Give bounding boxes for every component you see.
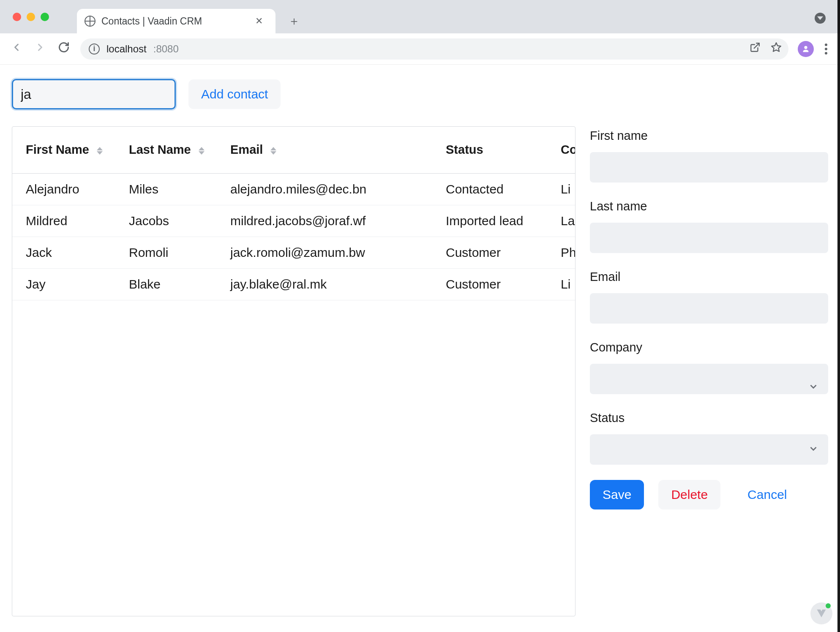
cell-email: mildred.jacobs@joraf.wf [217, 205, 432, 237]
first-name-input[interactable] [590, 152, 828, 183]
cell-last: Blake [115, 268, 217, 300]
browser-tab[interactable]: Contacts | Vaadin CRM ✕ [77, 9, 275, 33]
add-contact-button[interactable]: Add contact [188, 79, 281, 109]
label-first-name: First name [590, 129, 828, 143]
col-first-name[interactable]: First Name [12, 127, 115, 173]
window-controls [13, 13, 49, 21]
browser-toolbar: i localhost:8080 [0, 33, 840, 65]
browser-menu-button[interactable] [822, 41, 830, 57]
url-port: :8080 [153, 43, 179, 55]
cell-first: Jack [12, 237, 115, 268]
cell-email: jack.romoli@zamum.bw [217, 237, 432, 268]
globe-icon [85, 16, 95, 27]
window-minimize-button[interactable] [27, 13, 35, 21]
label-last-name: Last name [590, 199, 828, 213]
cell-last: Romoli [115, 237, 217, 268]
cell-email: jay.blake@ral.mk [217, 268, 432, 300]
contacts-grid[interactable]: First Name Last Name Email Status [12, 126, 575, 616]
svg-line-0 [754, 43, 759, 48]
cell-status: Contacted [432, 173, 547, 205]
cell-status: Imported lead [432, 205, 547, 237]
company-select[interactable] [590, 364, 828, 394]
form-actions: Save Delete Cancel [590, 480, 828, 509]
table-row[interactable]: Mildred Jacobs mildred.jacobs@joraf.wf I… [12, 205, 575, 237]
cell-first: Jay [12, 268, 115, 300]
browser-tab-strip: Contacts | Vaadin CRM ✕ ＋ [0, 0, 840, 33]
status-select[interactable] [590, 434, 828, 465]
cell-first: Mildred [12, 205, 115, 237]
last-name-input[interactable] [590, 223, 828, 253]
site-info-icon[interactable]: i [89, 44, 100, 54]
cell-last: Jacobs [115, 205, 217, 237]
forward-button[interactable] [33, 41, 47, 56]
col-last-name[interactable]: Last Name [115, 127, 217, 173]
cell-company: Li [547, 268, 575, 300]
filter-field[interactable]: ✕ [12, 79, 176, 109]
window-close-button[interactable] [13, 13, 21, 21]
cell-last: Miles [115, 173, 217, 205]
sort-icon [270, 147, 276, 155]
grid-header-row: First Name Last Name Email Status [12, 127, 575, 173]
col-status[interactable]: Status [432, 127, 547, 173]
table-row[interactable]: Jack Romoli jack.romoli@zamum.bw Custome… [12, 237, 575, 268]
table-row[interactable]: Alejandro Miles alejandro.miles@dec.bn C… [12, 173, 575, 205]
open-external-icon[interactable] [750, 42, 761, 56]
cell-company: Li [547, 173, 575, 205]
url-host: localhost [106, 43, 147, 55]
back-button[interactable] [9, 41, 24, 56]
new-tab-button[interactable]: ＋ [285, 12, 303, 30]
tab-close-button[interactable]: ✕ [252, 14, 266, 28]
dev-tools-badge[interactable] [810, 602, 832, 624]
label-email: Email [590, 270, 828, 284]
label-company: Company [590, 341, 828, 354]
action-bar: ✕ Add contact [12, 79, 828, 109]
col-email[interactable]: Email [217, 127, 432, 173]
bookmark-star-icon[interactable] [771, 42, 782, 56]
sort-icon [97, 147, 103, 155]
delete-button[interactable]: Delete [658, 480, 720, 509]
cell-email: alejandro.miles@dec.bn [217, 173, 432, 205]
svg-marker-1 [772, 43, 781, 52]
search-input[interactable] [21, 87, 190, 102]
sort-icon [199, 147, 205, 155]
contact-form: First name Last name Email Company Statu… [590, 126, 828, 509]
tab-overflow-button[interactable] [815, 13, 826, 24]
notification-dot-icon [826, 603, 831, 608]
profile-avatar[interactable] [798, 41, 814, 57]
cell-status: Customer [432, 237, 547, 268]
email-input[interactable] [590, 293, 828, 324]
cell-status: Customer [432, 268, 547, 300]
label-status: Status [590, 411, 828, 425]
cancel-button[interactable]: Cancel [735, 480, 799, 509]
save-button[interactable]: Save [590, 480, 644, 509]
cell-first: Alejandro [12, 173, 115, 205]
window-edge [837, 0, 840, 632]
tab-title: Contacts | Vaadin CRM [101, 16, 202, 27]
window-zoom-button[interactable] [41, 13, 49, 21]
page-content: ✕ Add contact First Name Last Name [0, 65, 840, 632]
address-bar[interactable]: i localhost:8080 [80, 38, 788, 60]
cell-company: La [547, 205, 575, 237]
table-row[interactable]: Jay Blake jay.blake@ral.mk Customer Li [12, 268, 575, 300]
col-company[interactable]: Company [547, 127, 575, 173]
reload-button[interactable] [57, 41, 71, 56]
cell-company: Ph [547, 237, 575, 268]
